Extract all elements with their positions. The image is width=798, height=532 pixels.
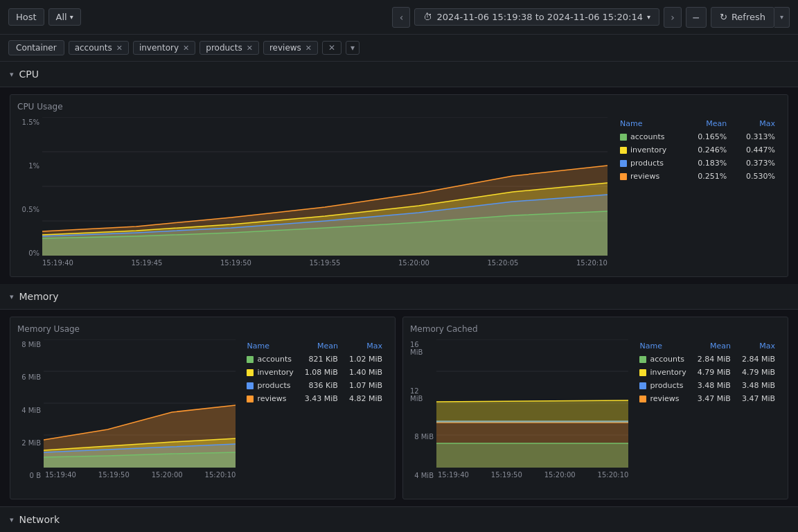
refresh-icon: ↻ xyxy=(720,12,727,22)
memory-cached-yaxis: 16 MiB 12 MiB 8 MiB 4 MiB xyxy=(410,339,436,492)
mu-x-1: 15:19:40 xyxy=(45,471,76,479)
cpu-legend-name-header: Name xyxy=(614,117,684,130)
filter-tag-inventory: inventory ✕ xyxy=(133,41,195,55)
chevron-down-icon: ▾ xyxy=(780,13,783,21)
mu-legend-name: Name xyxy=(241,339,299,353)
cpu-chart-svg xyxy=(42,117,608,256)
svg-marker-29 xyxy=(436,443,628,468)
cpu-section: ▾ CPU CPU Usage 1.5% 1% 0.5% 0% xyxy=(0,62,798,284)
memory-section-header[interactable]: ▾ Memory xyxy=(0,284,798,310)
memory-cached-panel: Memory Cached 16 MiB 12 MiB 8 MiB 4 MiB xyxy=(402,317,788,499)
host-group: Host All ▾ xyxy=(8,8,81,26)
mu-row-reviews: reviews 3.43 MiB 4.82 MiB xyxy=(241,392,388,405)
memory-cached-plot: 15:19:40 15:19:50 15:20:00 15:20:10 xyxy=(436,339,628,492)
mc-products-dot xyxy=(639,382,646,389)
mem-y-6: 6 MiB xyxy=(21,373,41,381)
filter-clear-button[interactable]: ✕ xyxy=(322,41,342,55)
memory-charts-row: Memory Usage 8 MiB 6 MiB 4 MiB 2 MiB 0 B xyxy=(0,310,798,506)
mc-y-12: 12 MiB xyxy=(410,387,434,402)
mc-reviews-dot xyxy=(639,396,646,402)
mc-y-4: 4 MiB xyxy=(414,472,434,479)
cpu-chart-plot: 15:19:40 15:19:45 15:19:50 15:19:55 15:2… xyxy=(42,117,608,269)
memory-usage-xaxis: 15:19:40 15:19:50 15:20:00 15:20:10 xyxy=(44,471,236,479)
memory-usage-inner: 8 MiB 6 MiB 4 MiB 2 MiB 0 B xyxy=(17,339,388,492)
cpu-x-2: 15:19:45 xyxy=(132,259,163,267)
memory-cached-chart-wrap: 16 MiB 12 MiB 8 MiB 4 MiB xyxy=(410,339,628,492)
clock-icon: ⏱ xyxy=(423,12,432,22)
mem-y-8: 8 MiB xyxy=(21,341,41,348)
cpu-legend-inventory: inventory 0.246% 0.447% xyxy=(614,143,781,157)
memory-chevron-icon: ▾ xyxy=(10,292,14,301)
memory-section: ▾ Memory Memory Usage 8 MiB 6 MiB 4 MiB … xyxy=(0,284,798,506)
mu-accounts-dot xyxy=(247,356,254,363)
mc-y-16: 16 MiB xyxy=(410,341,434,356)
refresh-dropdown-button[interactable]: ▾ xyxy=(774,7,790,28)
mc-x-4: 15:20:10 xyxy=(598,471,629,479)
mc-row-products: products 3.48 MiB 3.48 MiB xyxy=(634,379,781,392)
mu-products-dot xyxy=(247,382,254,389)
cpu-legend-products: products 0.183% 0.373% xyxy=(614,157,781,170)
time-prev-button[interactable]: ‹ xyxy=(392,7,410,28)
filter-expand-button[interactable]: ▾ xyxy=(346,41,360,55)
chevron-down-icon: ▾ xyxy=(70,13,73,21)
zoom-out-button[interactable]: − xyxy=(686,7,707,28)
cpu-chart-panel: CPU Usage 1.5% 1% 0.5% 0% xyxy=(10,94,788,277)
refresh-label: Refresh xyxy=(732,12,765,22)
time-range-group: ‹ ⏱ 2024-11-06 15:19:38 to 2024-11-06 15… xyxy=(392,7,790,28)
mu-legend-max: Max xyxy=(344,339,388,353)
filter-tag-reviews-remove[interactable]: ✕ xyxy=(305,44,312,53)
chevron-down-icon: ▾ xyxy=(647,13,650,21)
mc-x-1: 15:19:40 xyxy=(438,471,469,479)
mu-x-3: 15:20:00 xyxy=(152,471,183,479)
memory-cached-legend: Name Mean Max accounts 2.84 MiB 2.84 MiB xyxy=(634,339,781,492)
cpu-chart-main: 1.5% 1% 0.5% 0% xyxy=(17,117,608,269)
reviews-color-dot xyxy=(620,173,627,180)
time-range-text: 2024-11-06 15:19:38 to 2024-11-06 15:20:… xyxy=(436,12,642,22)
cpu-chart-svg-container: 1.5% 1% 0.5% 0% xyxy=(17,117,608,269)
cpu-y-1.5: 1.5% xyxy=(22,118,39,126)
cpu-x-7: 15:20:10 xyxy=(576,259,608,267)
refresh-button[interactable]: ↻ Refresh xyxy=(711,7,774,28)
mu-row-products: products 836 KiB 1.07 MiB xyxy=(241,379,388,392)
memory-cached-chart-main: 16 MiB 12 MiB 8 MiB 4 MiB xyxy=(410,339,628,492)
cpu-y-0: 0% xyxy=(28,249,39,257)
mu-row-inventory: inventory 1.08 MiB 1.40 MiB xyxy=(241,366,388,379)
mc-row-reviews: reviews 3.47 MiB 3.47 MiB xyxy=(634,392,781,405)
filter-bar: Container accounts ✕ inventory ✕ product… xyxy=(0,35,798,62)
top-bar: Host All ▾ ‹ ⏱ 2024-11-06 15:19:38 to 20… xyxy=(0,0,798,35)
filter-tag-products: products ✕ xyxy=(200,41,259,55)
network-section-header[interactable]: ▾ Network xyxy=(0,507,798,532)
time-next-button[interactable]: › xyxy=(664,7,682,28)
mc-legend-name: Name xyxy=(634,339,691,353)
cpu-chart-wrapper: 1.5% 1% 0.5% 0% xyxy=(17,117,781,269)
mc-legend-max: Max xyxy=(736,339,781,353)
cpu-y-0.5: 0.5% xyxy=(22,206,39,213)
host-value: All xyxy=(56,12,67,22)
mu-inventory-dot xyxy=(247,369,254,376)
cpu-legend-max-header: Max xyxy=(732,117,781,130)
host-select[interactable]: All ▾ xyxy=(48,8,81,26)
filter-tag-inventory-remove[interactable]: ✕ xyxy=(183,44,189,53)
container-filter-label: Container xyxy=(8,40,64,55)
memory-cached-svg xyxy=(436,339,628,468)
cpu-x-1: 15:19:40 xyxy=(42,259,73,267)
cpu-x-6: 15:20:05 xyxy=(488,259,519,267)
cpu-chevron-icon: ▾ xyxy=(10,70,14,79)
filter-tag-accounts-remove[interactable]: ✕ xyxy=(116,44,123,53)
memory-usage-panel: Memory Usage 8 MiB 6 MiB 4 MiB 2 MiB 0 B xyxy=(10,317,396,499)
mc-row-inventory: inventory 4.79 MiB 4.79 MiB xyxy=(634,366,781,379)
cpu-section-header[interactable]: ▾ CPU xyxy=(0,62,798,87)
cpu-x-4: 15:19:55 xyxy=(310,259,341,267)
cpu-chart-title: CPU Usage xyxy=(17,102,781,112)
memory-usage-yaxis: 8 MiB 6 MiB 4 MiB 2 MiB 0 B xyxy=(17,339,44,492)
mc-x-3: 15:20:00 xyxy=(544,471,576,479)
time-display[interactable]: ⏱ 2024-11-06 15:19:38 to 2024-11-06 15:2… xyxy=(414,8,659,26)
mem-y-0: 0 B xyxy=(30,472,41,479)
network-chevron-icon: ▾ xyxy=(10,515,14,524)
mu-x-2: 15:19:50 xyxy=(98,471,130,479)
cpu-x-3: 15:19:50 xyxy=(220,259,251,267)
cpu-yaxis: 1.5% 1% 0.5% 0% xyxy=(17,117,42,269)
filter-tag-products-remove[interactable]: ✕ xyxy=(247,44,253,53)
mc-row-accounts: accounts 2.84 MiB 2.84 MiB xyxy=(634,353,781,366)
cpu-xaxis: 15:19:40 15:19:45 15:19:50 15:19:55 15:2… xyxy=(42,259,608,267)
